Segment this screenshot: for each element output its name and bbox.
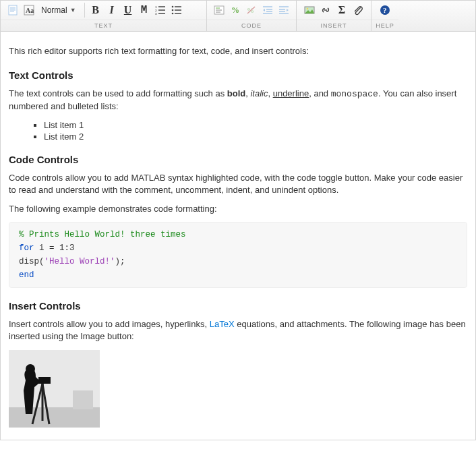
- code-toggle-button[interactable]: [212, 3, 227, 18]
- save-icon[interactable]: [5, 3, 20, 18]
- list-item: List item 1: [44, 120, 467, 130]
- toolbar-row-help: ?: [371, 1, 398, 20]
- group-label-code: CODE: [207, 20, 296, 31]
- chevron-down-icon: ▼: [70, 7, 76, 13]
- example-bold: bold: [227, 88, 245, 98]
- svg-text:?: ?: [383, 6, 387, 14]
- bold-button[interactable]: B: [88, 3, 103, 18]
- example-list: List item 1 List item 2: [9, 120, 467, 142]
- style-select-label: Normal: [41, 5, 67, 15]
- unindent-button[interactable]: [276, 3, 291, 18]
- bullet-list-button[interactable]: [169, 3, 184, 18]
- svg-rect-39: [9, 407, 100, 428]
- code-string: 'Hello World!': [44, 257, 115, 266]
- example-monospace: monospace: [331, 89, 378, 99]
- toolbar-group-help: ? HELP: [371, 1, 398, 31]
- latex-link[interactable]: LaTeX: [210, 319, 235, 329]
- svg-point-15: [171, 9, 173, 11]
- help-button[interactable]: ?: [378, 3, 392, 18]
- font-icon[interactable]: Aa: [22, 3, 36, 18]
- code-controls-para1: Code controls allow you to add MATLAB sy…: [9, 172, 467, 196]
- svg-point-45: [26, 364, 35, 374]
- rich-editor: Aa Normal ▼ B I U M 123 TEXT: [0, 0, 476, 440]
- svg-rect-40: [73, 390, 93, 409]
- hyperlink-button[interactable]: [318, 3, 333, 18]
- inserted-image: [9, 350, 100, 428]
- example-underline: underline: [273, 88, 309, 98]
- insert-controls-paragraph: Insert controls allow you to add images,…: [9, 318, 467, 343]
- italic-button[interactable]: I: [105, 3, 119, 18]
- heading-insert-controls: Insert Controls: [9, 300, 467, 312]
- code-controls-para2: The following example demonstrates code …: [9, 203, 467, 215]
- group-label-text: TEXT: [1, 20, 206, 31]
- equation-button[interactable]: Σ: [334, 3, 349, 18]
- example-italic: italic: [250, 88, 268, 98]
- toolbar-row-insert: Σ: [297, 1, 371, 20]
- toolbar-group-text: Aa Normal ▼ B I U M 123 TEXT: [1, 1, 207, 31]
- image-button[interactable]: [302, 3, 317, 18]
- code-comment: % Prints Hello World! three times: [19, 230, 186, 239]
- code-keyword: end: [19, 270, 34, 280]
- heading-code-controls: Code Controls: [9, 154, 467, 165]
- paragraph-style-select[interactable]: Normal ▼: [38, 3, 79, 18]
- toolbar-row-code: % %: [207, 1, 296, 20]
- group-label-insert: INSERT: [297, 20, 371, 31]
- code-example: % Prints Hello World! three times for i …: [9, 222, 467, 288]
- svg-text:3: 3: [155, 12, 157, 16]
- toolbar: Aa Normal ▼ B I U M 123 TEXT: [1, 1, 475, 32]
- text-controls-paragraph: The text controls can be used to add for…: [9, 88, 467, 113]
- underline-button[interactable]: U: [121, 3, 136, 18]
- comment-button[interactable]: %: [228, 3, 243, 18]
- group-label-help: HELP: [371, 20, 398, 31]
- toolbar-group-insert: Σ INSERT: [297, 1, 371, 31]
- numbered-list-button[interactable]: 123: [153, 3, 168, 18]
- heading-text-controls: Text Controls: [9, 69, 467, 81]
- toolbar-group-code: % % CODE: [207, 1, 297, 31]
- code-keyword: for: [19, 243, 34, 253]
- svg-text:%: %: [231, 5, 239, 15]
- monospace-button[interactable]: M: [137, 3, 152, 18]
- divider: [84, 3, 85, 18]
- svg-text:Aa: Aa: [26, 7, 34, 14]
- editor-content[interactable]: This rich editor supports rich text form…: [1, 32, 475, 440]
- intro-paragraph: This rich editor supports rich text form…: [9, 45, 467, 57]
- svg-point-13: [171, 6, 173, 8]
- indent-button[interactable]: [260, 3, 275, 18]
- svg-point-35: [307, 8, 309, 10]
- attachment-button[interactable]: [351, 3, 365, 18]
- uncomment-button[interactable]: %: [244, 3, 259, 18]
- list-item: List item 2: [44, 131, 467, 142]
- svg-rect-44: [38, 377, 51, 384]
- toolbar-row-text: Aa Normal ▼ B I U M 123: [1, 1, 206, 20]
- svg-point-17: [171, 13, 173, 15]
